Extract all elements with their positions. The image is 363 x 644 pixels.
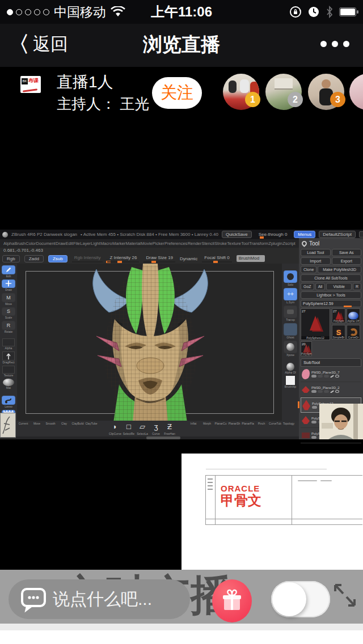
subtool-header: SubTool: [301, 358, 361, 367]
draw-size-slider: Draw Size 19: [143, 255, 175, 262]
visible-button: Visible: [326, 283, 352, 290]
r-button: R: [353, 283, 361, 290]
page-title: 浏览直播: [0, 32, 363, 58]
lightbox-tools-button: Lightbox > Tools: [301, 291, 361, 299]
webcam-overlay: [319, 404, 363, 439]
rgb-button: Rgb: [2, 255, 20, 262]
status-time: 上午11:06: [0, 3, 363, 21]
all-button: All: [315, 283, 326, 290]
sketch-thumbnail: [0, 413, 16, 438]
brushmod-field: BrushMod: [237, 255, 265, 262]
phone-screen: 中国移动 上午11:06: [0, 0, 363, 644]
current-tool-field: PolySphere12.59: [301, 300, 361, 307]
document-divider: [206, 469, 327, 469]
subtool-row: PM3D_Plane3D_7: [301, 367, 361, 382]
export-button: Export: [332, 257, 362, 265]
draw-tool-icon: [2, 279, 15, 289]
tool-thumb-simplebrush: S SimpleBr: [332, 325, 345, 340]
wrench-icon: [301, 240, 308, 247]
ghost-icon: [284, 323, 297, 336]
move-tool-icon: M: [2, 293, 15, 302]
stroke-dragrect-icon: [2, 351, 15, 361]
alpha-thumb: [286, 363, 294, 371]
gift-icon: [220, 588, 244, 613]
tool-thumb-polysphere: 27 PolySph: [332, 308, 345, 323]
camera-toggle[interactable]: [271, 581, 330, 617]
solo-icon: [284, 270, 297, 283]
table-side-marks: [208, 478, 213, 490]
status-bar: 中国移动 上午11:06: [0, 0, 363, 24]
tool-panel-title: Tool: [309, 240, 319, 247]
current-tool-thumbnail: 27 PolySphere12: [301, 308, 330, 340]
tool-thumb-polysphere-20: 20 PolySph: [301, 341, 312, 356]
oracle-logo: ORACLE 甲骨文: [221, 484, 289, 508]
viewer-avatar-4[interactable]: [349, 74, 363, 110]
tool-thumb-alpha: Alpha Off: [347, 308, 360, 323]
channel-logo-bk: BK: [22, 78, 28, 84]
load-tool-button: Load Tool: [301, 249, 331, 256]
window-controls: [359, 231, 363, 238]
focal-shift-slider: Focal Shift 0: [202, 255, 231, 262]
host-label: 主持人： 王光: [57, 94, 149, 114]
rank-badge-3: 3: [330, 92, 345, 107]
gift-button[interactable]: [212, 579, 252, 622]
handwriting-marks: [298, 480, 332, 481]
channel-logo-swoosh: [23, 88, 37, 92]
alpha-slot: [2, 338, 15, 346]
zadd-button: Zadd: [24, 255, 44, 262]
zbrush-logo-icon: [2, 232, 8, 238]
toggle-knob: [272, 582, 306, 616]
follow-button[interactable]: 关注: [152, 77, 202, 109]
clone-all-subtools-button: Clone All SubTools: [301, 274, 361, 282]
live-info-row: BK 布课 直播1人 主持人： 王光 关注 1 2 3: [0, 67, 363, 119]
dragon-model: [79, 264, 221, 421]
edit-tool-icon: [2, 265, 15, 274]
nav-bar: 〈 返回 浏览直播: [0, 24, 363, 67]
channel-logo-text: 布课: [28, 77, 39, 84]
tool-thumb-curvedr: CurveDr: [347, 325, 360, 340]
transparency-icon: [284, 306, 297, 318]
channel-logo[interactable]: BK 布课: [20, 76, 41, 93]
brush-tray: Current Move Smooth Clay ClayBuild ClayT…: [16, 421, 299, 437]
rank-badge-1: 1: [245, 92, 260, 107]
more-menu-button[interactable]: [320, 41, 349, 47]
bottom-overlay-bar: 实时广播 说点什么吧...: [0, 570, 363, 624]
menus-button: Menus: [294, 231, 315, 238]
oracle-logo-cn: 甲骨文: [221, 493, 289, 508]
zbrush-right-shelf: Solo ✛✛ L.Sym Transp Ghost Xpose Alpha O…: [282, 264, 299, 421]
texture-slot: [2, 366, 15, 374]
zbrush-canvas: [17, 264, 282, 421]
clone-button: Clone: [301, 266, 316, 273]
local-symmetry-icon: ✛✛: [284, 288, 297, 300]
xpose-icon: [284, 341, 297, 353]
quicksave-button: QuickSave: [222, 231, 252, 238]
expand-arrows-icon[interactable]: [332, 581, 358, 609]
scale-tool-icon: S: [2, 307, 15, 316]
z-intensity-slider: Z Intensity 26: [107, 255, 139, 262]
zbrush-left-shelf: Edit Draw M Move S Scale R Rotate Alpha …: [0, 264, 17, 422]
rotate-tool-icon: R: [2, 321, 15, 330]
chat-input[interactable]: 说点什么吧...: [9, 579, 190, 619]
material-sphere-icon: [3, 379, 14, 387]
rgb-intensity-slider: Rgb Intensity: [72, 255, 103, 262]
cursor-coordinates: 0.681,-0.701,-0.463: [3, 248, 43, 253]
zsub-button: Zsub: [48, 255, 67, 262]
seethrough-slider: See-through 0: [255, 231, 291, 238]
chat-bubble-icon: [19, 586, 48, 613]
zbrush-title-stats: • Active Mem 455 • Scratch Disk 884 • Fr…: [81, 232, 218, 237]
subtool-row: PM3D_Plane3D_2: [301, 382, 361, 397]
tray-scrollbar: [16, 437, 299, 439]
brush-alpha-square: [286, 376, 295, 385]
make-polymesh3d-button: Make PolyMesh3D: [318, 266, 361, 273]
zbrush-top-shelf: Rgb Zadd Zsub Rgb Intensity Z Intensity …: [0, 253, 299, 264]
viewer-count: 直播1人: [57, 71, 113, 93]
save-as-button: Save As: [332, 249, 362, 256]
zbrush-title: ZBrush 4R6 P2 Danweek slogan: [11, 232, 77, 237]
import-button: Import: [301, 257, 331, 265]
zbrush-menubar: AlphaBrushColorDocumentDrawEditFileLayer…: [0, 239, 299, 248]
defaultzscript-button: DefaultZScript: [319, 231, 356, 238]
rank-badge-2: 2: [288, 92, 303, 107]
bottom-light-strip: [0, 624, 363, 630]
live-video-region[interactable]: ZBrush 4R6 P2 Danweek slogan • Active Me…: [0, 230, 363, 439]
bottom-white-strip: [0, 630, 363, 644]
